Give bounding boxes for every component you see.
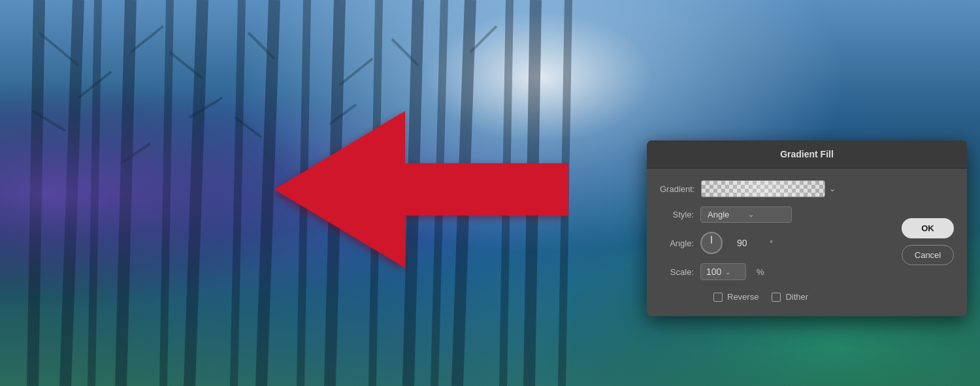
angle-dial[interactable] xyxy=(700,232,723,254)
gradient-fill-dialog: Gradient Fill Gradient: ⌄ Style: Angle ⌄ xyxy=(647,140,967,316)
scale-value: 100 xyxy=(706,266,721,277)
reverse-checkbox[interactable]: Reverse xyxy=(713,292,759,302)
angle-label: Angle: xyxy=(660,238,694,248)
svg-marker-33 xyxy=(274,111,568,268)
dialog-title: Gradient Fill xyxy=(780,149,834,159)
dither-checkbox[interactable]: Dither xyxy=(772,292,808,302)
gradient-dropdown-arrow[interactable]: ⌄ xyxy=(829,184,836,193)
angle-value: 90 xyxy=(737,238,763,248)
dither-label: Dither xyxy=(785,292,808,302)
percent-symbol: % xyxy=(757,267,764,277)
gradient-row: Gradient: ⌄ xyxy=(660,180,891,197)
checkbox-row: Reverse Dither xyxy=(660,289,891,302)
gradient-preview-container: ⌄ xyxy=(701,180,836,197)
reverse-checkbox-box[interactable] xyxy=(713,293,723,302)
degree-symbol: ° xyxy=(770,238,773,248)
style-chevron-icon: ⌄ xyxy=(748,210,785,219)
cancel-button[interactable]: Cancel xyxy=(902,245,954,265)
style-dropdown[interactable]: Angle ⌄ xyxy=(700,206,792,223)
dither-checkbox-box[interactable] xyxy=(772,293,781,302)
red-arrow xyxy=(274,98,568,281)
style-value: Angle xyxy=(708,210,744,219)
gradient-label: Gradient: xyxy=(660,184,694,194)
gradient-swatch[interactable] xyxy=(701,180,825,197)
style-label: Style: xyxy=(660,210,694,219)
angle-row: Angle: 90 ° xyxy=(660,232,891,254)
scale-input[interactable]: 100 ⌄ xyxy=(700,263,746,280)
ok-button[interactable]: OK xyxy=(902,218,954,238)
scale-label: Scale: xyxy=(660,267,694,277)
style-row: Style: Angle ⌄ xyxy=(660,206,891,223)
dialog-buttons: OK Cancel xyxy=(902,217,954,265)
reverse-label: Reverse xyxy=(727,292,759,302)
scale-row: Scale: 100 ⌄ % xyxy=(660,263,891,280)
dialog-titlebar: Gradient Fill xyxy=(647,140,967,169)
dialog-fields: Gradient: ⌄ Style: Angle ⌄ Angle: 90 ° xyxy=(660,180,891,302)
scale-chevron-icon: ⌄ xyxy=(725,268,730,276)
